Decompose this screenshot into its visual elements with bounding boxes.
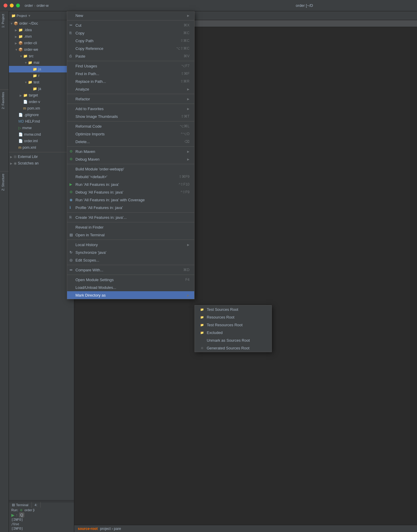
tree-node-pom-xm[interactable]: m pom.xm bbox=[9, 105, 74, 112]
menu-item-open-in-terminal[interactable]: ▤ Open in Terminal bbox=[67, 231, 194, 239]
menu-item-compare-with[interactable]: ⇔ Compare With... ⌘D bbox=[67, 266, 194, 274]
minimize-button[interactable] bbox=[10, 4, 14, 7]
tree-node-external-libs[interactable]: ▶ ⊞ External Libr bbox=[9, 153, 74, 160]
menu-item-copy-reference-shortcut: ⌥⇧⌘C bbox=[176, 46, 189, 50]
submenu-item-resources-root-label: Resources Root bbox=[207, 315, 234, 319]
tree-node-order-iml[interactable]: 📄 order.iml bbox=[9, 138, 74, 144]
menu-item-find-in-path[interactable]: Find in Path... ⇧⌘F bbox=[67, 70, 194, 77]
menu-item-run-all-features-shortcut: ^⇧F10 bbox=[179, 182, 189, 186]
submenu-item-resources-root[interactable]: 📁 Resources Root bbox=[195, 313, 271, 321]
submenu-item-test-sources-root[interactable]: 📁 Test Sources Root bbox=[195, 305, 271, 313]
tree-node-mvnw[interactable]: ▷ mvnw bbox=[9, 125, 74, 131]
tree-node-pom-xml[interactable]: m pom.xml bbox=[9, 144, 74, 151]
tree-node-target[interactable]: ▶ 📁 target bbox=[9, 92, 74, 99]
menu-item-local-history[interactable]: Local History ▶ bbox=[67, 241, 194, 248]
menu-item-rebuild[interactable]: Rebuild '<default>' ⇧⌘F9 bbox=[67, 173, 194, 180]
menu-item-mark-directory-as[interactable]: Mark Directory as ▶ bbox=[67, 291, 194, 299]
sidebar-strip: 1: Project 2: Favorites Z: Structure bbox=[0, 11, 9, 532]
menu-item-new[interactable]: New ▶ bbox=[67, 12, 194, 19]
tree-node-mvnw-cmd[interactable]: 📄 mvnw.cmd bbox=[9, 131, 74, 138]
submenu-item-generated-sources-root[interactable]: ⚙ Generated Sources Root bbox=[195, 344, 271, 352]
menu-item-run-all-features[interactable]: ▶ Run 'All Features in: java' ^⇧F10 bbox=[67, 180, 194, 188]
sidebar-tab-structure[interactable]: Z: Structure bbox=[0, 171, 9, 193]
menu-item-synchronize[interactable]: ↻ Synchronize 'java' bbox=[67, 248, 194, 256]
menu-item-paste[interactable]: ⎙ Paste ⌘V bbox=[67, 52, 194, 60]
tree-node-main[interactable]: ▼ 📁 mai bbox=[9, 59, 74, 66]
tree-node-ja2[interactable]: 📁 ja bbox=[9, 86, 74, 92]
menu-item-copy-path[interactable]: Copy Path ⇧⌘C bbox=[67, 37, 194, 45]
menu-item-delete[interactable]: Delete... ⌫ bbox=[67, 138, 194, 145]
search-box[interactable]: Q bbox=[19, 512, 24, 517]
resources-icon: 📁 bbox=[200, 315, 204, 319]
menu-item-profile-label: Profile 'All Features in: java' bbox=[75, 205, 189, 210]
menu-item-reformat-code[interactable]: Reformat Code ⌥⌘L bbox=[67, 122, 194, 130]
run-tab[interactable]: 4: bbox=[32, 502, 41, 508]
menu-item-build-module[interactable]: Build Module 'order-webapp' bbox=[67, 165, 194, 173]
tree-node-test[interactable]: ▼ 📁 test bbox=[9, 79, 74, 86]
menu-item-local-history-label: Local History bbox=[75, 243, 187, 247]
submenu-mark-directory-as: 📁 Test Sources Root 📁 Resources Root 📁 T… bbox=[195, 305, 272, 352]
menu-item-profile[interactable]: ℹ Profile 'All Features in: java' bbox=[67, 204, 194, 211]
tree-node-gitignore[interactable]: 📄 .gitignore bbox=[9, 112, 74, 118]
tree-node-order-we[interactable]: ▼ 📦 order-we bbox=[9, 46, 74, 53]
menu-item-reveal-in-finder[interactable]: Reveal in Finder bbox=[67, 223, 194, 231]
menu-item-cut[interactable]: ✂ Cut ⌘X bbox=[67, 21, 194, 29]
console-line-3: [INFO] bbox=[9, 526, 74, 531]
sidebar-tab-favorites[interactable]: 2: Favorites bbox=[0, 89, 9, 111]
menu-item-debug-all-features[interactable]: ⚙ Debug 'All Features in: java' ^⇧F9 bbox=[67, 188, 194, 196]
menu-item-copy-reference[interactable]: Copy Reference ⌥⇧⌘C bbox=[67, 45, 194, 52]
run-play-button[interactable]: ▶ bbox=[11, 513, 15, 517]
excluded-icon: 📁 bbox=[200, 330, 204, 335]
tree-node-helpmd[interactable]: MD HELP.md bbox=[9, 118, 74, 125]
run-up-button[interactable]: ↑ bbox=[16, 513, 18, 517]
menu-item-add-to-favorites[interactable]: Add to Favorites ▶ bbox=[67, 105, 194, 113]
close-button[interactable] bbox=[4, 4, 7, 7]
tree-node-order-cli[interactable]: ▶ 📦 order-cli bbox=[9, 40, 74, 46]
menu-item-open-module-settings[interactable]: Open Module Settings F4 bbox=[67, 276, 194, 284]
tree-node-ja[interactable]: 📁 ja bbox=[9, 66, 74, 72]
unmark-icon bbox=[200, 338, 204, 343]
menu-item-rebuild-shortcut: ⇧⌘F9 bbox=[179, 175, 189, 179]
menu-item-refactor[interactable]: Refactor ▶ bbox=[67, 95, 194, 103]
menu-separator-12 bbox=[67, 275, 194, 275]
menu-item-refactor-label: Refactor bbox=[75, 97, 187, 101]
submenu-item-test-resources-root[interactable]: 📁 Test Resources Root bbox=[195, 321, 271, 329]
terminal-tab[interactable]: ▤ Terminal bbox=[9, 502, 32, 508]
menu-item-refactor-arrow: ▶ bbox=[187, 97, 189, 101]
run-bar: Run: ⚙ order [i bbox=[9, 508, 74, 512]
menu-item-run-with-coverage[interactable]: ◉ Run 'All Features in: java' with Cover… bbox=[67, 196, 194, 204]
tree-node-src[interactable]: ▼ 📁 src bbox=[9, 53, 74, 59]
tree-node-idea[interactable]: ▶ 📁 .idea bbox=[9, 27, 74, 33]
maximize-button[interactable] bbox=[16, 4, 20, 7]
tree-node-scratches[interactable]: ▶ ◉ Scratches an bbox=[9, 160, 74, 167]
menu-item-load-unload-modules-label: Load/Unload Modules... bbox=[75, 285, 189, 290]
console-line-1: [INFO] bbox=[9, 517, 74, 522]
sidebar-tab-project[interactable]: 1: Project bbox=[0, 11, 9, 30]
menu-item-edit-scopes[interactable]: ◎ Edit Scopes... bbox=[67, 256, 194, 264]
submenu-item-excluded[interactable]: 📁 Excluded bbox=[195, 329, 271, 336]
menu-item-find-usages[interactable]: Find Usages ⌥F7 bbox=[67, 62, 194, 70]
tree-node-r[interactable]: 📁 r bbox=[9, 72, 74, 79]
menu-item-show-image-thumbnails[interactable]: Show Image Thumbnails ⇧⌘T bbox=[67, 113, 194, 120]
menu-item-analyze[interactable]: Analyze ▶ bbox=[67, 85, 194, 93]
test-resources-icon: 📁 bbox=[200, 322, 204, 327]
menu-item-run-maven[interactable]: ⚙ Run Maven ▶ bbox=[67, 148, 194, 155]
menu-item-run-all-features-label: Run 'All Features in: java' bbox=[75, 182, 169, 187]
menu-item-replace-in-path[interactable]: Replace in Path... ⇧⌘R bbox=[67, 77, 194, 85]
breadcrumb-item[interactable]: order-w bbox=[37, 4, 49, 8]
submenu-item-test-sources-root-label: Test Sources Root bbox=[207, 307, 238, 312]
menu-item-reformat-code-label: Reformat Code bbox=[75, 124, 170, 129]
menu-item-optimize-imports[interactable]: Optimize Imports ^⌥O bbox=[67, 130, 194, 138]
menu-item-copy[interactable]: ⎘ Copy ⌘C bbox=[67, 29, 194, 37]
menu-separator-4 bbox=[67, 104, 194, 104]
breadcrumb-item[interactable]: order bbox=[25, 4, 33, 8]
tree-node-mvn[interactable]: ▶ 📁 .mvn bbox=[9, 33, 74, 40]
menu-item-create-all-features[interactable]: ⎘ Create 'All Features in: java'... bbox=[67, 213, 194, 221]
tree-node-order-v[interactable]: 📄 order-v bbox=[9, 99, 74, 105]
menu-item-reformat-code-shortcut: ⌥⌘L bbox=[180, 124, 189, 128]
tree-node-order[interactable]: ▼ 📦 order ~/Doc bbox=[9, 20, 74, 27]
menu-item-debug-maven[interactable]: ⚙ Debug Maven ▶ bbox=[67, 155, 194, 163]
menu-item-find-usages-shortcut: ⌥F7 bbox=[181, 64, 189, 68]
menu-item-load-unload-modules[interactable]: Load/Unload Modules... bbox=[67, 284, 194, 291]
submenu-item-unmark[interactable]: Unmark as Sources Root bbox=[195, 336, 271, 344]
